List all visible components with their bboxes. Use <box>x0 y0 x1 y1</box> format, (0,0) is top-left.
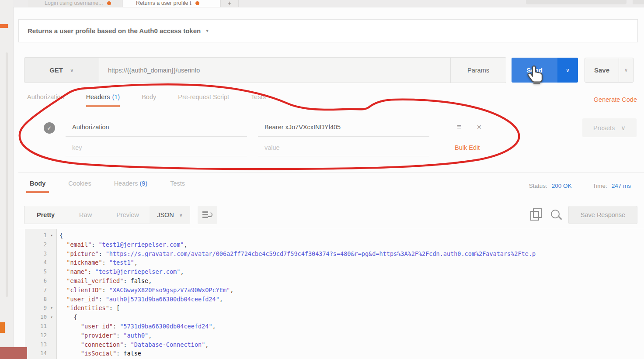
url-builder: GET ∨ https://{{auth0_domain}}/userinfo … <box>24 57 506 83</box>
tab-count-badge: (1) <box>112 93 120 100</box>
code-line: 10▾{ <box>25 313 644 322</box>
code-text: "name": "test1@jerriepelser.com", <box>59 267 184 276</box>
request-tab-headers[interactable]: Headers(1) <box>86 93 120 107</box>
url-input[interactable]: https://{{auth0_domain}}/userinfo <box>99 58 450 83</box>
view-mode-pretty[interactable]: Pretty <box>24 211 67 218</box>
new-header-value-input[interactable]: value <box>265 144 280 151</box>
save-response-button[interactable]: Save Response <box>568 206 637 224</box>
code-text: "user_id": "5731d9ba66300db04ceefd24", <box>59 322 216 331</box>
time-value: 247 ms <box>612 183 631 189</box>
new-header-key-input[interactable]: key <box>72 144 82 151</box>
response-body-code[interactable]: 1▾{2"email": "test1@jerriepelser.com",3"… <box>25 231 644 359</box>
fold-toggle-icon[interactable]: ▾ <box>47 304 56 313</box>
save-options-button[interactable]: ∨ <box>619 58 634 83</box>
view-mode-group: PrettyRawPreview <box>24 206 152 224</box>
line-number: 1 <box>25 231 47 240</box>
code-line: 9▾"identities": [ <box>25 304 644 313</box>
field-underline <box>258 156 429 156</box>
tab-label: Body <box>142 93 156 100</box>
response-tab-body[interactable]: Body <box>26 179 49 193</box>
copy-response-button[interactable] <box>530 208 542 221</box>
sidebar-accent-dash <box>0 24 8 28</box>
unsaved-dot-icon <box>195 1 199 5</box>
send-button[interactable]: Send <box>512 58 557 83</box>
field-underline <box>258 136 429 137</box>
line-number: 13 <box>25 340 47 349</box>
tab-label: Returns a user profile t <box>136 0 191 6</box>
code-text: { <box>59 313 77 322</box>
code-line: 7"clientID": "XACGwwyX820Fso9gspzV7a90Wx… <box>25 286 644 295</box>
line-number: 3 <box>25 249 47 259</box>
sidebar-scrollbar[interactable] <box>6 52 8 297</box>
tab-label: Authorization <box>27 93 64 100</box>
wrap-lines-icon <box>202 211 212 213</box>
fold-spacer <box>47 286 56 295</box>
line-number: 4 <box>25 258 47 267</box>
tab-count-badge: (9) <box>139 180 147 187</box>
remove-header-icon[interactable]: ✕ <box>477 124 482 131</box>
method-label: GET <box>49 66 63 74</box>
search-response-button[interactable] <box>550 209 563 222</box>
send-options-button[interactable]: ∨ <box>557 58 578 83</box>
status-label: Status: <box>529 183 547 189</box>
fold-spacer <box>47 258 56 267</box>
caret-down-icon[interactable]: ▾ <box>206 28 209 34</box>
request-tab-tests[interactable]: Tests <box>251 93 266 107</box>
tab-label: Body <box>30 180 45 187</box>
response-tab-cookies[interactable]: Cookies <box>65 179 94 193</box>
code-text: "user_id": "auth0|5731d9ba66300db04ceefd… <box>59 295 223 304</box>
settings-area-cutoff[interactable] <box>633 0 644 4</box>
code-text: "provider": "auth0", <box>59 331 152 340</box>
request-name-bar[interactable]: Returns a user profile based on the Auth… <box>18 19 638 42</box>
presets-dropdown[interactable]: Presets ∨ <box>582 118 637 137</box>
params-button[interactable]: Params <box>450 58 506 83</box>
code-line: 4"nickname": "test1", <box>25 258 644 267</box>
field-underline <box>66 136 247 137</box>
code-text: "picture": "https://s.gravatar.com/avata… <box>59 249 536 259</box>
request-tabs: AuthorizationHeaders(1)BodyPre-request S… <box>27 93 266 112</box>
method-dropdown[interactable]: GET ∨ <box>24 58 99 83</box>
field-underline <box>66 156 247 156</box>
video-overlay-fragment <box>0 347 27 359</box>
fold-toggle-icon[interactable]: ▾ <box>47 231 56 240</box>
request-tab-authorization[interactable]: Authorization <box>27 93 64 107</box>
fold-toggle-icon[interactable]: ▾ <box>47 313 56 322</box>
code-text: "clientID": "XACGwwyX820Fso9gspzV7a90WxO… <box>59 286 233 295</box>
header-value-field[interactable]: Bearer xJo7VXcxINDYl405 <box>265 124 341 131</box>
code-line: 14"isSocial": false <box>25 349 644 358</box>
postman-window: Login using username... Returns a user p… <box>0 0 644 359</box>
header-key-field[interactable]: Authorization <box>72 124 109 131</box>
time-label: Time: <box>592 183 607 189</box>
request-tab-pre-request-script[interactable]: Pre-request Script <box>178 93 229 107</box>
view-mode-preview[interactable]: Preview <box>104 211 151 218</box>
drag-handle-icon[interactable]: ≡ <box>457 123 461 131</box>
fold-spacer <box>47 267 56 276</box>
new-tab-button[interactable]: + <box>220 0 239 7</box>
line-number: 12 <box>25 331 47 340</box>
tab-login-using-username[interactable]: Login using username... <box>28 0 122 7</box>
fold-spacer <box>47 276 56 286</box>
chevron-down-icon: ∨ <box>621 124 626 131</box>
format-dropdown[interactable]: JSON ∨ <box>150 206 190 224</box>
chevron-down-icon: ∨ <box>624 67 628 73</box>
chevron-down-icon: ∨ <box>70 67 74 73</box>
chevron-down-icon: ∨ <box>179 212 183 218</box>
fold-spacer <box>47 322 56 331</box>
fold-spacer <box>47 295 56 304</box>
wrap-lines-button[interactable] <box>198 206 217 224</box>
view-mode-raw[interactable]: Raw <box>67 211 104 218</box>
code-line: 3"picture": "https://s.gravatar.com/avat… <box>25 249 644 259</box>
environment-selector-cutoff[interactable] <box>526 0 627 4</box>
request-tab-body[interactable]: Body <box>142 93 156 107</box>
fold-spacer <box>47 331 56 340</box>
generate-code-link[interactable]: Generate Code <box>594 96 637 103</box>
divider <box>18 172 644 173</box>
response-tab-headers[interactable]: Headers(9) <box>111 179 151 193</box>
tab-returns-a-user-profile[interactable]: Returns a user profile t <box>123 0 220 7</box>
response-tab-tests[interactable]: Tests <box>167 179 188 193</box>
save-button[interactable]: Save <box>585 58 619 83</box>
bulk-edit-link[interactable]: Bulk Edit <box>455 144 480 151</box>
tab-label: Headers <box>114 180 138 187</box>
header-enabled-checkbox[interactable]: ✓ <box>44 122 55 134</box>
send-split-button: Send ∨ <box>512 58 578 83</box>
